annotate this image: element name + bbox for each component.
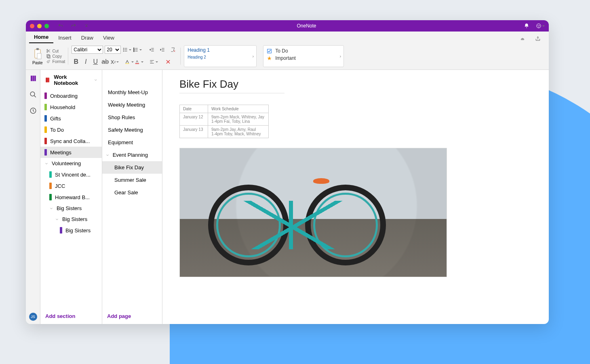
- table-header-schedule: Work Schedule: [208, 105, 269, 113]
- section-homeward[interactable]: Homeward B...: [40, 191, 102, 203]
- tab-draw[interactable]: Draw: [76, 33, 98, 43]
- tab-home[interactable]: Home: [29, 32, 53, 43]
- styles-gallery[interactable]: Heading 1 Heading 2 ›: [184, 45, 257, 67]
- notebooks-icon[interactable]: [30, 75, 37, 84]
- copy-button[interactable]: Copy: [46, 54, 65, 59]
- highlight-button[interactable]: [125, 57, 134, 66]
- window-controls: [30, 24, 49, 28]
- page-monthly[interactable]: Monthly Meet-Up: [102, 86, 162, 99]
- bold-button[interactable]: B: [72, 57, 80, 66]
- section-bigsisters[interactable]: Big Sisters: [40, 225, 102, 236]
- page-gearsale[interactable]: Gear Sale: [102, 186, 162, 199]
- section-onboarding[interactable]: Onboarding: [40, 90, 102, 101]
- bicycle-photo[interactable]: [179, 148, 447, 277]
- svg-point-10: [123, 48, 124, 49]
- table-cell: January 13: [180, 126, 208, 138]
- tags-group: To Do Important ›: [261, 45, 346, 67]
- font-name-select[interactable]: Calibri: [72, 46, 103, 54]
- tab-view[interactable]: View: [98, 33, 119, 43]
- font-size-select[interactable]: 20: [105, 46, 121, 54]
- outdent-button[interactable]: [148, 45, 156, 54]
- section-group-bigsisters[interactable]: Big Sisters: [40, 203, 102, 214]
- notifications-icon[interactable]: [522, 21, 531, 30]
- svg-text:3: 3: [133, 50, 135, 52]
- share-icon[interactable]: [533, 34, 542, 43]
- sections-pane: Work Notebook Onboarding Household Gifts…: [40, 70, 102, 324]
- paste-button[interactable]: Paste: [31, 47, 44, 66]
- delete-button[interactable]: [164, 57, 173, 66]
- svg-rect-8: [47, 55, 49, 57]
- chevron-down-icon: [105, 153, 110, 157]
- close-window-button[interactable]: [30, 24, 34, 28]
- format-painter-button[interactable]: Format: [46, 59, 65, 64]
- title-bar: OneNote: [26, 20, 549, 32]
- align-button[interactable]: [149, 57, 158, 66]
- page-safety[interactable]: Safety Meeting: [102, 124, 162, 136]
- search-icon[interactable]: [30, 91, 37, 100]
- paste-label: Paste: [32, 61, 43, 65]
- qat-customize-button[interactable]: [82, 21, 91, 30]
- ribbon-tabs: Home Insert Draw View: [26, 32, 549, 44]
- section-stvincent[interactable]: St Vincent de...: [40, 169, 102, 180]
- page-summersale[interactable]: Summer Sale: [102, 174, 162, 186]
- account-smiley-icon[interactable]: [536, 21, 545, 30]
- note-canvas[interactable]: Bike Fix Day Date Work Schedule January …: [162, 70, 549, 324]
- svg-rect-22: [34, 76, 36, 81]
- section-group-bigsisters-inner[interactable]: Big Sisters: [40, 214, 102, 225]
- sync-status-icon[interactable]: [518, 34, 527, 43]
- tab-insert[interactable]: Insert: [53, 33, 76, 43]
- cut-button[interactable]: Cut: [46, 48, 65, 53]
- subscript-button[interactable]: x2: [110, 57, 119, 66]
- star-icon: [267, 56, 272, 61]
- italic-button[interactable]: I: [81, 57, 90, 66]
- page-bikefix[interactable]: Bike Fix Day: [102, 161, 162, 174]
- navigation-rail: JS: [26, 70, 40, 324]
- page-weekly[interactable]: Weekly Meeting: [102, 99, 162, 111]
- tags-gallery[interactable]: To Do Important ›: [263, 45, 344, 67]
- clipboard-icon: [33, 48, 42, 60]
- underline-button[interactable]: U: [91, 57, 100, 66]
- indent-button[interactable]: [158, 45, 167, 54]
- section-todo[interactable]: To Do: [40, 124, 102, 135]
- styles-group: Heading 1 Heading 2 ›: [182, 45, 258, 67]
- undo-button[interactable]: [56, 21, 65, 30]
- clear-formatting-button[interactable]: [169, 45, 177, 54]
- svg-rect-16: [125, 63, 129, 64]
- notebook-picker[interactable]: Work Notebook: [40, 70, 102, 90]
- onenote-window: OneNote Home Insert Draw View: [26, 20, 549, 324]
- section-group-volunteering[interactable]: Volunteering: [40, 158, 102, 169]
- page-shoprules[interactable]: Shop Rules: [102, 111, 162, 124]
- chevron-down-icon: [94, 78, 98, 82]
- page-title[interactable]: Bike Fix Day: [179, 78, 284, 93]
- app-title: OneNote: [91, 23, 522, 29]
- bullets-button[interactable]: [122, 45, 131, 54]
- page-eventplanning[interactable]: Event Planning: [102, 149, 162, 161]
- style-heading2: Heading 2: [188, 55, 253, 59]
- numbering-button[interactable]: 123: [133, 45, 142, 54]
- quick-access-toolbar: [56, 21, 91, 30]
- schedule-table[interactable]: Date Work Schedule January 12 9am-2pm Ma…: [179, 105, 269, 138]
- minimize-window-button[interactable]: [37, 24, 42, 28]
- font-color-button[interactable]: A: [135, 57, 143, 66]
- strikethrough-button[interactable]: ab: [101, 57, 110, 66]
- add-page-button[interactable]: Add page: [102, 308, 162, 324]
- section-gifts[interactable]: Gifts: [40, 113, 102, 124]
- section-household[interactable]: Household: [40, 101, 102, 113]
- svg-rect-18: [135, 63, 139, 64]
- svg-text:A: A: [136, 60, 139, 63]
- page-equipment[interactable]: Equipment: [102, 136, 162, 149]
- style-heading1: Heading 1: [188, 47, 253, 53]
- svg-rect-9: [48, 55, 50, 58]
- zoom-window-button[interactable]: [44, 24, 49, 28]
- app-body: JS Work Notebook Onboarding Household Gi…: [26, 70, 549, 324]
- add-section-button[interactable]: Add section: [40, 308, 102, 324]
- recent-icon[interactable]: [30, 107, 37, 116]
- table-cell: January 12: [180, 113, 208, 126]
- section-jcc[interactable]: JCC: [40, 180, 102, 191]
- section-sync[interactable]: Sync and Colla...: [40, 135, 102, 147]
- font-group: Calibri 20 123 B I U ab x2 A: [70, 45, 179, 67]
- user-avatar[interactable]: JS: [29, 313, 37, 321]
- table-cell: 9am-2pm Jay, Amy, Raul 1-4pm Toby, Mack,…: [208, 126, 269, 138]
- section-meetings[interactable]: Meetings: [40, 147, 102, 158]
- redo-button[interactable]: [69, 21, 78, 30]
